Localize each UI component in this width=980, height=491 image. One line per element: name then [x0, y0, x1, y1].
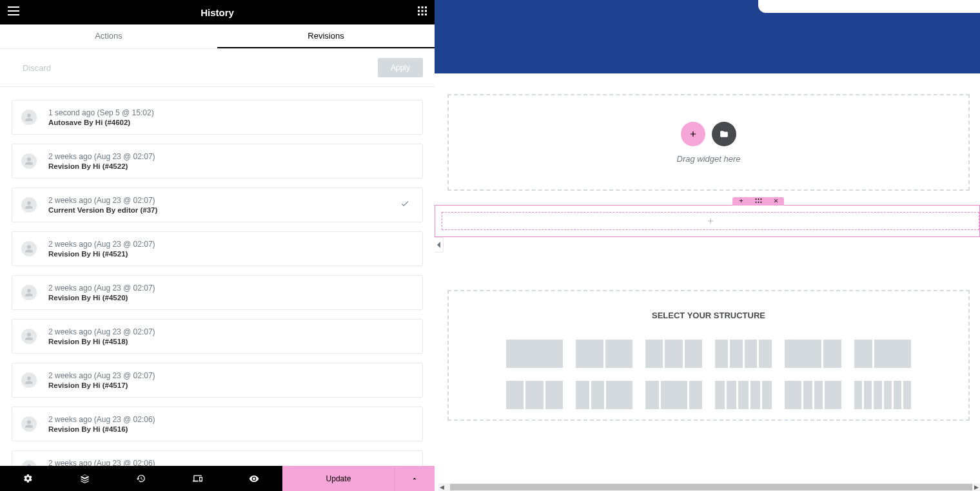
preview-icon[interactable] — [226, 466, 282, 491]
scroll-left-arrow[interactable]: ◀ — [438, 484, 446, 490]
avatar — [21, 372, 37, 388]
svg-rect-1 — [8, 10, 19, 12]
hero-banner — [435, 0, 980, 73]
avatar — [21, 197, 37, 213]
structure-option[interactable] — [785, 381, 841, 409]
navigator-icon[interactable] — [57, 466, 113, 491]
revision-desc: Revision By Hi (#4520) — [48, 294, 155, 302]
revision-item[interactable]: 2 weeks ago (Aug 23 @ 02:07)Revision By … — [12, 275, 423, 310]
bottom-toolbar: Update — [0, 466, 435, 491]
svg-point-12 — [755, 198, 756, 200]
tab-revisions[interactable]: Revisions — [217, 24, 435, 48]
svg-rect-6 — [418, 10, 420, 12]
responsive-icon[interactable] — [170, 466, 226, 491]
avatar — [21, 329, 37, 344]
revision-item[interactable]: 1 second ago (Sep 5 @ 15:02)Autosave By … — [12, 100, 423, 135]
empty-section-dropzone[interactable]: Drag widget here — [447, 94, 970, 191]
svg-rect-5 — [425, 6, 427, 8]
svg-rect-9 — [418, 14, 420, 15]
avatar — [21, 153, 37, 169]
structure-grid — [475, 340, 943, 409]
structure-option[interactable] — [854, 340, 911, 368]
structure-option[interactable] — [576, 340, 632, 368]
structure-option[interactable] — [506, 381, 563, 409]
revision-time: 2 weeks ago (Aug 23 @ 02:07) — [48, 196, 157, 205]
svg-rect-2 — [8, 14, 19, 15]
svg-rect-0 — [8, 6, 19, 8]
column-add-widget[interactable] — [442, 212, 979, 230]
revision-desc: Autosave By Hi (#4602) — [48, 119, 154, 126]
revision-item[interactable]: 2 weeks ago (Aug 23 @ 02:07)Current Vers… — [12, 188, 423, 222]
svg-point-14 — [760, 198, 761, 200]
revision-item[interactable]: 2 weeks ago (Aug 23 @ 02:06)Revision By … — [12, 407, 423, 441]
tab-actions[interactable]: Actions — [0, 24, 217, 48]
discard-apply-bar: Discard Apply — [0, 49, 435, 87]
revision-desc: Revision By Hi (#4516) — [48, 425, 155, 433]
revision-item[interactable]: 2 weeks ago (Aug 23 @ 02:07)Revision By … — [12, 144, 423, 178]
revision-time: 2 weeks ago (Aug 23 @ 02:06) — [48, 459, 155, 466]
revision-item[interactable]: 2 weeks ago (Aug 23 @ 02:06)Revision By … — [12, 450, 423, 466]
page-preview[interactable]: Drag widget here SELECT YOUR STRUCTURE ◀… — [435, 0, 980, 491]
svg-point-16 — [758, 202, 759, 203]
scroll-right-arrow[interactable]: ▶ — [972, 484, 980, 490]
svg-rect-3 — [418, 6, 420, 8]
update-button[interactable]: Update — [282, 466, 395, 491]
revision-item[interactable]: 2 weeks ago (Aug 23 @ 02:07)Revision By … — [12, 319, 423, 354]
svg-rect-4 — [422, 6, 424, 8]
update-options-button[interactable] — [395, 466, 435, 491]
revision-desc: Current Version By editor (#37) — [48, 206, 157, 214]
structure-chooser: SELECT YOUR STRUCTURE — [447, 290, 970, 421]
avatar — [21, 110, 37, 125]
add-template-button[interactable] — [712, 122, 736, 146]
revision-time: 2 weeks ago (Aug 23 @ 02:07) — [48, 371, 155, 380]
avatar — [21, 241, 37, 256]
panel-collapse-handle[interactable] — [435, 237, 444, 253]
section-close-icon[interactable] — [773, 198, 779, 205]
revision-item[interactable]: 2 weeks ago (Aug 23 @ 02:07)Revision By … — [12, 231, 423, 266]
add-section-buttons — [681, 122, 736, 146]
svg-rect-8 — [425, 10, 427, 12]
add-section-button[interactable] — [681, 122, 705, 146]
history-icon[interactable] — [113, 466, 170, 491]
history-panel: History Actions Revisions Discard Apply … — [0, 0, 435, 491]
check-icon — [400, 199, 409, 211]
revision-desc: Revision By Hi (#4518) — [48, 338, 155, 345]
menu-icon[interactable] — [8, 6, 19, 18]
avatar — [21, 416, 37, 432]
structure-option[interactable] — [506, 340, 563, 368]
structure-option[interactable] — [715, 381, 772, 409]
revisions-list[interactable]: 1 second ago (Sep 5 @ 15:02)Autosave By … — [0, 87, 435, 466]
structure-title: SELECT YOUR STRUCTURE — [475, 311, 943, 320]
avatar — [21, 460, 37, 466]
selected-section[interactable] — [435, 205, 980, 237]
scrollbar-thumb[interactable] — [450, 484, 972, 490]
structure-option[interactable] — [645, 381, 702, 409]
white-corner — [758, 0, 980, 13]
avatar — [21, 285, 37, 300]
drag-hint-text: Drag widget here — [677, 154, 741, 164]
settings-icon[interactable] — [0, 466, 57, 491]
section-add-icon[interactable] — [738, 198, 744, 205]
section-drag-icon[interactable] — [755, 198, 762, 205]
discard-link[interactable]: Discard — [23, 63, 51, 73]
svg-rect-11 — [425, 14, 427, 15]
elements-grid-icon[interactable] — [418, 6, 427, 18]
structure-option[interactable] — [715, 340, 772, 368]
horizontal-scrollbar[interactable]: ◀ ▶ — [438, 483, 980, 491]
apply-button[interactable]: Apply — [378, 58, 423, 77]
panel-header: History — [0, 0, 435, 24]
revision-time: 1 second ago (Sep 5 @ 15:02) — [48, 108, 154, 117]
structure-option[interactable] — [645, 340, 702, 368]
revision-item[interactable]: 2 weeks ago (Aug 23 @ 02:07)Revision By … — [12, 363, 423, 398]
revision-time: 2 weeks ago (Aug 23 @ 02:07) — [48, 240, 155, 249]
revision-time: 2 weeks ago (Aug 23 @ 02:06) — [48, 415, 155, 424]
svg-rect-7 — [422, 10, 424, 12]
revision-desc: Revision By Hi (#4521) — [48, 250, 155, 258]
structure-option[interactable] — [785, 340, 841, 368]
structure-option[interactable] — [854, 381, 911, 409]
svg-rect-10 — [422, 14, 424, 15]
svg-point-15 — [755, 202, 756, 203]
revision-time: 2 weeks ago (Aug 23 @ 02:07) — [48, 327, 155, 336]
structure-option[interactable] — [576, 381, 632, 409]
section-handle-tab — [732, 197, 784, 206]
